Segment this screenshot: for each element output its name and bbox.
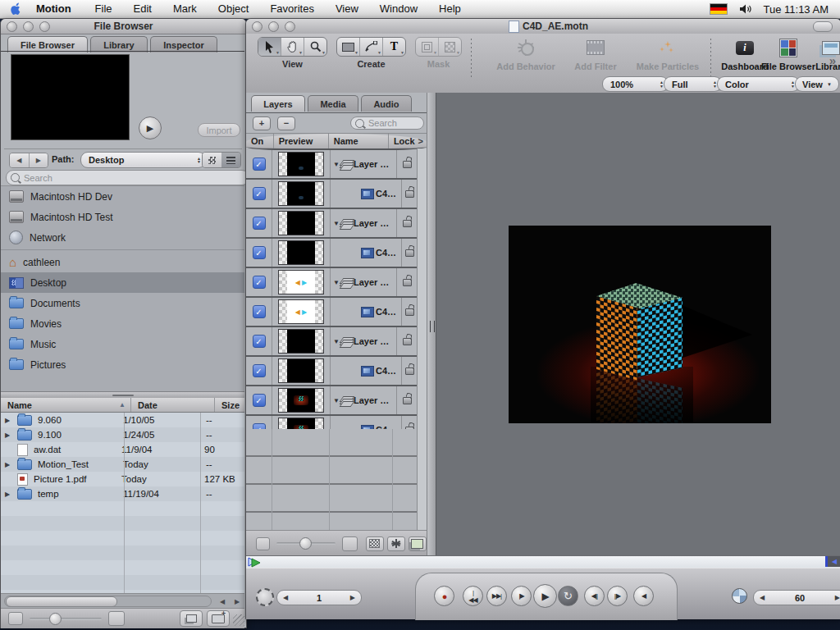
add-layer-button[interactable]: + [253, 116, 271, 130]
file-row[interactable]: ▶ 9.100 1/24/05 -- [1, 427, 244, 442]
search-input[interactable] [22, 172, 244, 184]
column-name[interactable]: Name [329, 134, 389, 148]
menu-item-file[interactable]: File [84, 0, 123, 18]
lock-icon[interactable] [405, 308, 414, 316]
frame-decrement-icon[interactable]: ◀ [283, 594, 288, 601]
sidebar-item-network[interactable]: Network [1, 227, 244, 248]
current-frame-field[interactable]: ◀ 1 ▶ [276, 590, 362, 605]
layer-row[interactable]: ✓ ▼Layer … [246, 150, 417, 180]
zoom-button[interactable] [285, 21, 295, 32]
file-row[interactable]: ▶ Motion_Test Today -- [1, 457, 244, 472]
layer-row[interactable]: ✓ ◀▶ ▼Layer … [246, 268, 417, 298]
menu-item-edit[interactable]: Edit [123, 0, 162, 18]
layer-row[interactable]: ✓ C4… [246, 357, 417, 386]
preview-play-button[interactable]: ▶ [139, 116, 162, 139]
layer-enable-checkbox[interactable]: ✓ [253, 394, 266, 407]
disclosure-triangle-icon[interactable]: ▼ [333, 161, 340, 168]
project-canvas[interactable] [509, 226, 771, 423]
menu-item-object[interactable]: Object [208, 0, 260, 18]
tool-rectangle[interactable]: ▼ [337, 38, 360, 56]
layer-enable-checkbox[interactable]: ✓ [253, 246, 266, 259]
sidebar-item-music[interactable]: Music [1, 334, 244, 354]
scroll-right-icon[interactable]: ▶ [235, 598, 240, 605]
transport-play-from-start[interactable]: |▶ [511, 586, 532, 606]
path-dropdown[interactable]: Desktop ▲▼ [80, 152, 206, 168]
show-transparency-button[interactable] [366, 536, 384, 551]
scroll-left-icon[interactable]: ◀ [220, 598, 225, 605]
sidebar-item-desktop[interactable]: Desktop [1, 272, 244, 293]
tab-file-browser[interactable]: File Browser [7, 36, 88, 52]
remove-layer-button[interactable]: − [277, 116, 295, 130]
transport-play[interactable]: ▶ [533, 584, 557, 608]
tool-hand[interactable]: ▼ [281, 38, 304, 56]
layer-enable-checkbox[interactable]: ✓ [253, 364, 266, 377]
slider-knob[interactable] [299, 537, 312, 550]
column-on[interactable]: On [246, 134, 274, 148]
layer-row[interactable]: ✓ ▼Layer … [246, 209, 417, 239]
disclosure-triangle-icon[interactable]: ▼ [333, 397, 340, 404]
show-panes-button[interactable] [409, 536, 427, 551]
list-view-button[interactable] [221, 153, 240, 167]
divider-grab-handle[interactable] [430, 321, 435, 332]
transport-go-to-end[interactable]: ▶▶| [486, 586, 507, 606]
layer-row[interactable]: ✓ ▼Layer … [246, 386, 417, 416]
sidebar-item-macintosh-hd-test[interactable]: Macintosh HD Test [1, 207, 244, 227]
transport-record[interactable]: ● [434, 586, 454, 606]
transport-audio-mute[interactable]: ◀ [633, 586, 654, 606]
tab-library[interactable]: Library [90, 36, 148, 52]
lock-icon[interactable] [403, 397, 412, 404]
sidebar-item-pictures[interactable]: Pictures [1, 354, 244, 375]
menu-item-view[interactable]: View [325, 0, 369, 18]
sidebar-item-documents[interactable]: Documents [1, 293, 244, 313]
layer-enable-checkbox[interactable]: ✓ [253, 335, 266, 348]
view-menu-button[interactable]: View ▼ [795, 76, 839, 92]
tool-text[interactable]: T ▼ [383, 38, 405, 56]
minimize-button[interactable] [23, 21, 34, 32]
large-row-size-button[interactable] [342, 536, 357, 551]
small-row-size-button[interactable] [256, 537, 270, 550]
file-row[interactable]: ▶ 9.060 1/10/05 -- [1, 413, 244, 427]
apple-menu-icon[interactable] [10, 2, 23, 16]
file-row[interactable]: ▶ temp 11/19/04 -- [1, 486, 244, 501]
input-language-flag-icon[interactable] [710, 3, 728, 15]
layer-row[interactable]: ✓ ▼Layer … [246, 327, 417, 357]
timeline-end-arrow[interactable]: ◀ [828, 556, 840, 567]
column-overflow-chevron[interactable]: > [415, 134, 427, 148]
lock-icon[interactable] [405, 249, 414, 257]
column-lock[interactable]: Lock [389, 134, 415, 148]
sidebar-item-macintosh-hd-dev[interactable]: Macintosh HD Dev [1, 186, 244, 207]
tool-arrow[interactable]: ▼ [258, 38, 281, 56]
tool-zoom[interactable]: ▼ [304, 38, 326, 56]
file-search-field[interactable] [6, 170, 249, 185]
lock-icon[interactable] [405, 368, 414, 375]
toolbar-toggle-widget[interactable] [813, 21, 833, 32]
minimize-button[interactable] [268, 21, 279, 32]
motion-titlebar[interactable]: C4D_AE.motn [246, 19, 840, 34]
column-size[interactable]: Size [215, 398, 244, 412]
tab-inspector[interactable]: Inspector [150, 36, 217, 52]
zoom-level-dropdown[interactable]: 100% ▲▼ [602, 76, 669, 92]
color-dropdown[interactable]: Color ▲▼ [717, 76, 800, 92]
large-icon-size-button[interactable] [108, 611, 125, 626]
disclosure-triangle-icon[interactable]: ▼ [333, 338, 340, 345]
duration-field[interactable]: ◀ 60 ▶ [753, 590, 840, 605]
menu-item-help[interactable]: Help [428, 0, 472, 18]
resize-grip[interactable] [233, 614, 244, 626]
layers-search-input[interactable] [367, 117, 419, 129]
horizontal-scrollbar[interactable]: ◀▶ [1, 593, 244, 609]
toolbar-overflow-chevron[interactable]: » [829, 53, 836, 67]
new-folder-button[interactable] [207, 610, 230, 627]
icon-size-slider[interactable] [30, 618, 102, 620]
back-button[interactable]: ◀ [10, 153, 30, 167]
lock-icon[interactable] [403, 161, 412, 168]
small-icon-size-button[interactable] [8, 612, 23, 625]
column-date[interactable]: Date [131, 398, 215, 412]
layer-enable-checkbox[interactable]: ✓ [253, 158, 266, 171]
canvas-area[interactable] [436, 93, 840, 555]
sidebar-item-cathleen[interactable]: ⌂cathleen [1, 252, 244, 272]
duration-increment-icon[interactable]: ▶ [835, 594, 840, 601]
column-preview[interactable]: Preview [274, 134, 329, 148]
file-row[interactable]: aw.dat 11/9/04 90 [1, 442, 244, 457]
tool-bezier[interactable]: ▼ [360, 38, 383, 56]
lock-icon[interactable] [403, 220, 412, 227]
